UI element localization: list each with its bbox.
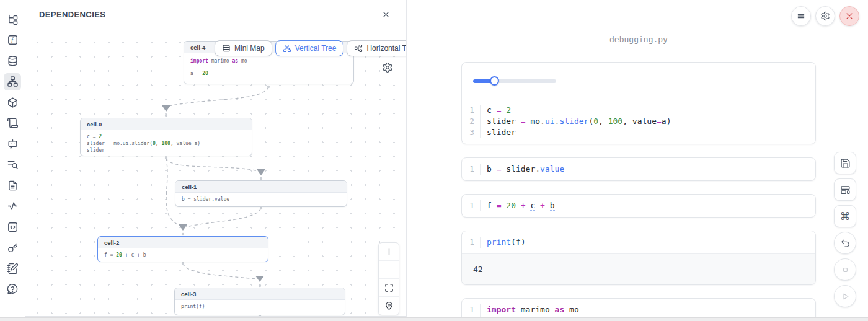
command-icon: ⌘ — [840, 211, 851, 222]
code-editor[interactable]: 1f = 20 + c + b — [462, 195, 815, 217]
graph-node-cell-2[interactable]: cell-2f = 20 + c + b — [97, 236, 268, 262]
print-cell: 1print(f)42 — [461, 231, 816, 285]
line-number: 1 — [462, 200, 480, 211]
notebook-actions: ⌘ — [834, 152, 856, 312]
code-token: slider — [506, 164, 535, 174]
console-output: 42 — [462, 253, 815, 284]
code-line[interactable]: print(f) — [480, 237, 526, 248]
dependency-graph-canvas[interactable]: cell-4import marimo as moa = 20cell-0c =… — [25, 29, 406, 317]
code-token: print — [487, 237, 511, 247]
code-token: 20 — [506, 201, 516, 210]
code-line[interactable]: c = 2 — [480, 105, 511, 116]
layout-button[interactable] — [834, 178, 856, 201]
gear-icon — [382, 62, 393, 73]
graph-node-code: c = 2slider = mo.ui.slider(0, 100, value… — [81, 130, 252, 156]
vertical-tree-button[interactable]: Vertical Tree — [275, 40, 344, 56]
code-token: + — [540, 201, 545, 210]
square-code-icon — [7, 221, 19, 233]
save-button[interactable] — [834, 152, 856, 174]
sidebar-item-datasources[interactable] — [4, 52, 21, 69]
code-token: as — [555, 305, 565, 314]
plus-icon — [384, 247, 394, 257]
sidebar-item-chat[interactable] — [4, 135, 21, 152]
minus-icon — [384, 265, 394, 275]
code-token: print(f) — [181, 304, 205, 309]
code-token — [535, 201, 540, 210]
b-cell: 1b = slider.value — [461, 157, 816, 181]
fit-view-button[interactable] — [379, 279, 399, 297]
sidebar-item-notebook[interactable] — [4, 260, 21, 277]
code-token: . — [535, 164, 540, 174]
code-token: , — [598, 117, 608, 126]
code-line[interactable]: slider — [480, 127, 516, 138]
code-token: ) — [666, 117, 671, 126]
close-panel-button[interactable] — [379, 7, 392, 21]
shutdown-button[interactable] — [839, 6, 859, 26]
locate-button[interactable] — [379, 297, 399, 315]
notebook-menu-button[interactable] — [791, 6, 811, 26]
code-line[interactable]: import marimo as mo — [480, 304, 579, 315]
zoom-out-button[interactable] — [379, 261, 399, 279]
code-token: f — [516, 237, 521, 247]
sidebar-item-secrets[interactable] — [4, 239, 21, 257]
graph-node-code: f = 20 + c + b — [98, 248, 268, 262]
graph-node-cell-0[interactable]: cell-0c = 2slider = mo.ui.slider(0, 100,… — [80, 118, 252, 156]
sidebar-item-dependencies[interactable] — [4, 73, 21, 90]
code-editor[interactable]: 1print(f) — [462, 231, 815, 253]
run-button[interactable] — [834, 285, 856, 307]
list-search-icon — [7, 159, 19, 170]
network-icon — [7, 76, 19, 87]
slider-thumb[interactable] — [490, 76, 499, 86]
close-icon — [844, 11, 854, 21]
mini-map-button[interactable]: Mini Map — [215, 40, 272, 56]
activity-icon — [7, 200, 19, 212]
sidebar-item-logs[interactable] — [4, 115, 21, 132]
code-line[interactable]: f = 20 + c + b — [480, 200, 555, 211]
code-token: import — [487, 305, 516, 314]
notebook-settings-button[interactable] — [815, 6, 835, 26]
rows-icon — [222, 44, 231, 53]
window-bottom-edge — [0, 317, 868, 321]
code-token: . — [540, 117, 545, 126]
function-icon: f — [7, 34, 19, 46]
line-number: 1 — [462, 105, 480, 116]
sidebar-item-scratchpad-search[interactable] — [4, 156, 21, 174]
chat-bot-icon — [7, 138, 19, 150]
sidebar-item-tracing[interactable] — [4, 198, 21, 215]
cells-column: 1c = 22slider = mo.ui.slider(0, 100, val… — [461, 62, 816, 321]
graph-node-cell-3[interactable]: cell-3print(f) — [174, 288, 345, 315]
code-token: , — [156, 141, 162, 146]
stop-button[interactable] — [834, 258, 856, 281]
code-token: ) — [521, 237, 526, 247]
keyboard-shortcuts-button[interactable]: ⌘ — [834, 205, 856, 227]
graph-node-title: cell-1 — [175, 181, 347, 193]
sidebar-item-packages[interactable] — [4, 94, 21, 111]
sidebar-item-documentation[interactable] — [4, 177, 21, 194]
package-icon — [7, 97, 19, 108]
code-token: mo — [526, 117, 540, 126]
code-editor[interactable]: 1b = slider.value — [462, 158, 815, 180]
sidebar-item-file-tree[interactable] — [4, 11, 21, 28]
sidebar-item-snippets[interactable] — [4, 218, 21, 235]
graph-node-cell-1[interactable]: cell-1b = slider.value — [175, 180, 347, 207]
line-number: 1 — [462, 304, 480, 315]
code-token: 2 — [506, 105, 511, 115]
undo-button[interactable] — [834, 232, 856, 254]
window-controls — [791, 6, 859, 26]
code-token: 20 — [202, 71, 208, 76]
code-editor[interactable]: 1c = 22slider = mo.ui.slider(0, 100, val… — [462, 99, 815, 144]
code-token: 2 — [99, 134, 102, 139]
zoom-in-button[interactable] — [379, 243, 399, 261]
horizontal-tree-button[interactable]: Horizontal Tree — [347, 40, 406, 56]
code-token: = — [657, 117, 662, 126]
code-token: , value — [622, 117, 657, 126]
code-line[interactable]: slider = mo.ui.slider(0, 100, value=a) — [480, 116, 671, 127]
code-line[interactable]: b = slider.value — [480, 164, 564, 175]
code-token: import — [190, 58, 208, 64]
undo-icon — [840, 238, 851, 248]
slider-widget[interactable] — [473, 76, 556, 86]
graph-settings-button[interactable] — [382, 62, 396, 76]
sidebar-item-help[interactable] — [4, 281, 21, 298]
code-token: as — [232, 58, 238, 64]
sidebar-item-variables[interactable]: f — [4, 32, 21, 49]
